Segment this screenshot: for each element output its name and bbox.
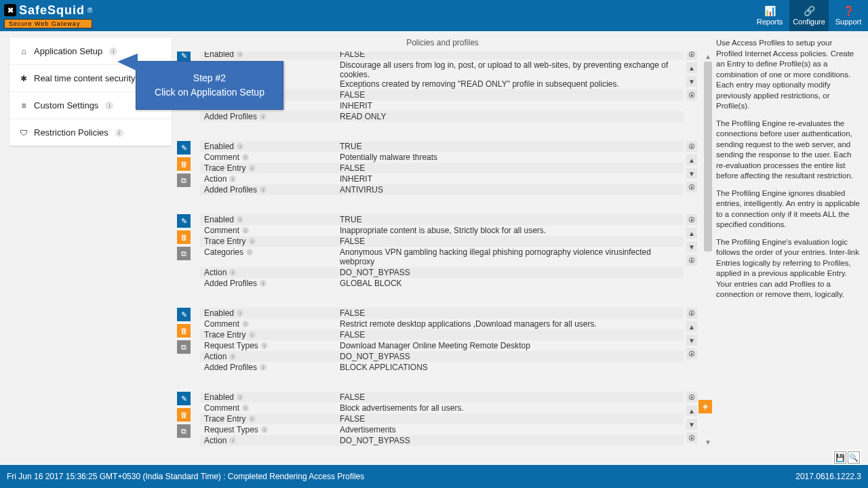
- edit-button[interactable]: ✎: [177, 141, 191, 155]
- info-icon: i: [109, 47, 117, 56]
- field-label: Action i: [200, 435, 336, 446]
- move-up-icon[interactable]: ▲: [686, 155, 697, 165]
- field-row: Enabled iFALSE: [200, 52, 684, 60]
- field-row: Enabled iTRUE: [200, 214, 684, 225]
- callout-line1: Step #2: [143, 71, 276, 85]
- field-value: FALSE: [336, 52, 684, 60]
- target-icon[interactable]: ⦿: [686, 432, 697, 443]
- edit-button[interactable]: ✎: [177, 308, 191, 321]
- field-value: Download Manager Online Meeting Remote D…: [336, 340, 684, 351]
- policy-entry: ✎🗑⧉Enabled iTRUEComment iPotentially mal…: [172, 141, 700, 195]
- sidebar-icon: ✱: [19, 74, 28, 83]
- info-icon: i: [260, 186, 267, 193]
- target-icon[interactable]: ⦿: [686, 392, 697, 403]
- info-icon: i: [229, 353, 236, 360]
- scroll-up-icon[interactable]: ▲: [705, 52, 711, 62]
- scroll-down-icon[interactable]: ▼: [705, 437, 711, 447]
- field-value: Advertisements: [336, 424, 684, 435]
- field-label: Comment i: [200, 319, 336, 329]
- field-label: Comment i: [200, 152, 336, 163]
- delete-button[interactable]: 🗑: [177, 408, 191, 422]
- info-icon: i: [237, 52, 243, 58]
- move-up-icon[interactable]: ▲: [686, 62, 697, 73]
- chart-icon: 📊: [764, 5, 776, 16]
- help-paragraph: The Profiling Engine ignores disabled en…: [716, 188, 860, 230]
- scroll-thumb[interactable]: [704, 62, 712, 251]
- move-up-icon[interactable]: ▲: [686, 228, 697, 239]
- move-down-icon[interactable]: ▼: [686, 168, 697, 179]
- field-row: Enabled iTRUE: [200, 141, 684, 152]
- field-label: Action i: [200, 174, 336, 184]
- field-label: Action i: [200, 267, 336, 278]
- edit-button[interactable]: ✎: [177, 214, 191, 228]
- main-area: ⌂Application Setupi✱Real time content se…: [0, 31, 868, 447]
- field-row: Trace Entry iFALSE: [200, 329, 684, 340]
- field-row: Trace Entry iFALSE: [200, 413, 684, 424]
- move-up-icon[interactable]: ▲: [686, 405, 697, 416]
- field-row: Action iDO_NOT_BYPASS: [200, 267, 684, 278]
- info-icon: i: [242, 154, 249, 161]
- field-row: Comment iRestrict remote desktop applica…: [200, 319, 684, 329]
- target-icon[interactable]: ⦿: [686, 348, 697, 359]
- field-label: Trace Entry i: [200, 236, 336, 247]
- info-icon: i: [261, 426, 268, 433]
- move-up-icon[interactable]: ▲: [686, 321, 697, 332]
- info-icon: i: [249, 238, 256, 245]
- clone-button[interactable]: ⧉: [177, 340, 191, 354]
- info-icon: i: [249, 415, 256, 422]
- info-icon: i: [115, 129, 123, 137]
- footer-tools: 💾 🔍: [833, 450, 861, 465]
- field-label: Added Profiles i: [200, 362, 336, 373]
- info-icon: i: [237, 310, 243, 317]
- field-label: Enabled i: [200, 52, 336, 60]
- clone-button[interactable]: ⧉: [177, 424, 191, 438]
- add-entry-button[interactable]: +: [698, 400, 712, 413]
- info-icon: i: [260, 280, 267, 287]
- target-icon[interactable]: ⦿: [686, 182, 697, 192]
- target-icon[interactable]: ⦿: [686, 89, 697, 100]
- field-value: Anonymous VPN gambling hacking illegal p…: [336, 247, 684, 267]
- move-down-icon[interactable]: ▼: [686, 419, 697, 430]
- field-value: INHERIT: [336, 100, 684, 111]
- target-icon[interactable]: ⦿: [686, 308, 697, 319]
- field-row: Comment iInappropriate content is abuse,…: [200, 225, 684, 236]
- sidebar-label: Application Setup: [34, 46, 102, 56]
- help-icon: ❓: [843, 5, 854, 16]
- field-row: Enabled iFALSE: [200, 392, 684, 403]
- edit-button[interactable]: ✎: [177, 392, 191, 405]
- move-down-icon[interactable]: ▼: [686, 241, 697, 252]
- sidebar-item-3[interactable]: 🛡Restriction Policiesi: [9, 119, 172, 146]
- info-icon: i: [246, 249, 253, 256]
- move-down-icon[interactable]: ▼: [686, 335, 697, 346]
- field-row: Action iINHERIT: [200, 174, 684, 184]
- field-value: READ ONLY: [336, 111, 684, 122]
- scrollbar[interactable]: ▲ ▼: [703, 52, 713, 447]
- field-value: FALSE: [336, 236, 684, 247]
- clone-button[interactable]: ⧉: [177, 174, 191, 187]
- field-row: Trace Entry iFALSE: [200, 236, 684, 247]
- delete-button[interactable]: 🗑: [177, 230, 191, 244]
- field-value: Potentially malware threats: [336, 152, 684, 163]
- delete-button[interactable]: 🗑: [177, 157, 191, 171]
- clone-button[interactable]: ⧉: [177, 247, 191, 260]
- info-icon: i: [237, 216, 243, 223]
- target-icon[interactable]: ⦿: [686, 141, 697, 152]
- field-value: FALSE: [336, 89, 684, 100]
- save-icon[interactable]: 💾: [834, 451, 846, 464]
- target-icon[interactable]: ⦿: [686, 214, 697, 225]
- field-value: DO_NOT_BYPASS: [336, 267, 684, 278]
- nav-support[interactable]: ❓Support: [829, 0, 868, 31]
- search-icon[interactable]: 🔍: [848, 451, 860, 464]
- field-value: DO_NOT_BYPASS: [336, 435, 684, 446]
- delete-button[interactable]: 🗑: [177, 324, 191, 338]
- help-paragraph: The Profiling Engine's evaluation logic …: [716, 237, 860, 300]
- field-value: ANTIVIRUS: [336, 184, 684, 195]
- nav-reports[interactable]: 📊Reports: [750, 0, 789, 31]
- field-label: Enabled i: [200, 214, 336, 225]
- field-value: TRUE: [336, 141, 684, 152]
- nav-configure[interactable]: 🔗Configure: [789, 0, 829, 31]
- target-icon[interactable]: ⦿: [686, 52, 697, 60]
- target-icon[interactable]: ⦿: [686, 255, 697, 266]
- move-down-icon[interactable]: ▼: [686, 76, 697, 87]
- help-paragraph: Use Access Profiles to setup your Profil…: [716, 38, 860, 112]
